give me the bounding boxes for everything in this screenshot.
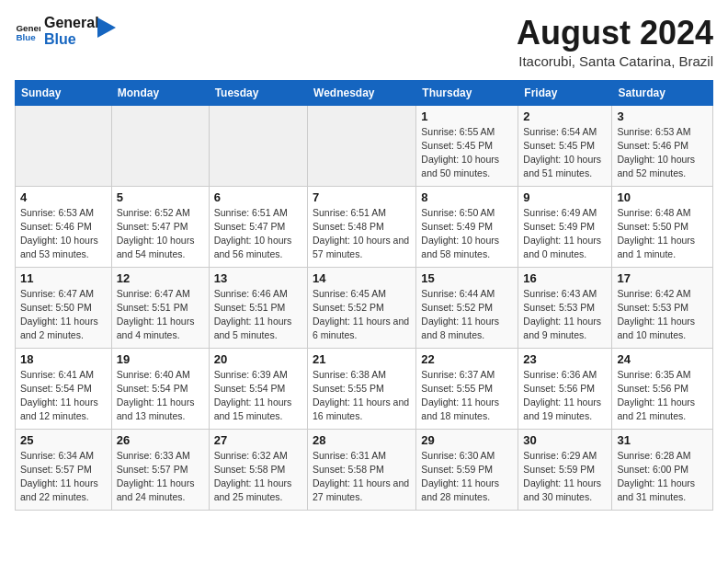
logo-arrow-icon (97, 17, 116, 38)
calendar-table: Sunday Monday Tuesday Wednesday Thursday… (15, 80, 713, 511)
calendar-cell: 30Sunrise: 6:29 AMSunset: 5:59 PMDayligh… (518, 429, 612, 510)
calendar-cell: 9Sunrise: 6:49 AMSunset: 5:49 PMDaylight… (518, 186, 612, 267)
day-info: Sunrise: 6:33 AMSunset: 5:57 PMDaylight:… (117, 449, 204, 505)
calendar-cell: 20Sunrise: 6:39 AMSunset: 5:54 PMDayligh… (209, 348, 307, 429)
day-number: 13 (214, 271, 302, 285)
day-info: Sunrise: 6:50 AMSunset: 5:49 PMDaylight:… (421, 206, 513, 262)
calendar-cell (16, 105, 112, 186)
day-info: Sunrise: 6:42 AMSunset: 5:53 PMDaylight:… (617, 287, 708, 343)
logo-icon: General Blue (15, 18, 40, 44)
day-number: 4 (20, 190, 107, 204)
day-number: 11 (20, 271, 107, 285)
calendar-cell: 11Sunrise: 6:47 AMSunset: 5:50 PMDayligh… (16, 267, 112, 348)
calendar-cell: 28Sunrise: 6:31 AMSunset: 5:58 PMDayligh… (308, 429, 416, 510)
calendar-cell: 1Sunrise: 6:55 AMSunset: 5:45 PMDaylight… (416, 105, 518, 186)
location-subtitle: Itacorubi, Santa Catarina, Brazil (517, 53, 713, 69)
day-number: 19 (117, 352, 204, 366)
day-number: 14 (313, 271, 411, 285)
day-number: 1 (421, 109, 513, 123)
calendar-header: Sunday Monday Tuesday Wednesday Thursday… (16, 80, 713, 105)
day-number: 22 (421, 352, 513, 366)
month-year-title: August 2024 (517, 15, 713, 52)
title-block: August 2024 Itacorubi, Santa Catarina, B… (517, 15, 713, 69)
day-number: 18 (20, 352, 107, 366)
day-number: 7 (313, 190, 411, 204)
day-info: Sunrise: 6:28 AMSunset: 6:00 PMDaylight:… (617, 449, 708, 505)
day-number: 16 (523, 271, 607, 285)
day-info: Sunrise: 6:53 AMSunset: 5:46 PMDaylight:… (617, 125, 708, 181)
day-number: 3 (617, 109, 708, 123)
calendar-cell: 16Sunrise: 6:43 AMSunset: 5:53 PMDayligh… (518, 267, 612, 348)
day-info: Sunrise: 6:53 AMSunset: 5:46 PMDaylight:… (20, 206, 107, 262)
day-number: 30 (523, 433, 607, 447)
calendar-cell: 19Sunrise: 6:40 AMSunset: 5:54 PMDayligh… (111, 348, 209, 429)
calendar-cell: 18Sunrise: 6:41 AMSunset: 5:54 PMDayligh… (16, 348, 112, 429)
day-info: Sunrise: 6:29 AMSunset: 5:59 PMDaylight:… (523, 449, 607, 505)
day-number: 6 (214, 190, 302, 204)
day-info: Sunrise: 6:51 AMSunset: 5:48 PMDaylight:… (313, 206, 411, 262)
calendar-cell (209, 105, 307, 186)
calendar-cell: 2Sunrise: 6:54 AMSunset: 5:45 PMDaylight… (518, 105, 612, 186)
day-info: Sunrise: 6:44 AMSunset: 5:52 PMDaylight:… (421, 287, 513, 343)
col-sunday: Sunday (16, 80, 112, 105)
calendar-cell: 31Sunrise: 6:28 AMSunset: 6:00 PMDayligh… (612, 429, 713, 510)
col-saturday: Saturday (612, 80, 713, 105)
logo-blue: Blue (44, 31, 99, 48)
day-info: Sunrise: 6:32 AMSunset: 5:58 PMDaylight:… (214, 449, 302, 505)
col-wednesday: Wednesday (308, 80, 416, 105)
day-number: 27 (214, 433, 302, 447)
calendar-cell: 29Sunrise: 6:30 AMSunset: 5:59 PMDayligh… (416, 429, 518, 510)
calendar-cell: 22Sunrise: 6:37 AMSunset: 5:55 PMDayligh… (416, 348, 518, 429)
calendar-cell: 26Sunrise: 6:33 AMSunset: 5:57 PMDayligh… (111, 429, 209, 510)
col-monday: Monday (111, 80, 209, 105)
calendar-cell: 14Sunrise: 6:45 AMSunset: 5:52 PMDayligh… (308, 267, 416, 348)
calendar-cell: 5Sunrise: 6:52 AMSunset: 5:47 PMDaylight… (111, 186, 209, 267)
day-info: Sunrise: 6:41 AMSunset: 5:54 PMDaylight:… (20, 368, 107, 424)
day-number: 24 (617, 352, 708, 366)
logo: General Blue General Blue (15, 15, 116, 49)
day-info: Sunrise: 6:35 AMSunset: 5:56 PMDaylight:… (617, 368, 708, 424)
calendar-cell: 8Sunrise: 6:50 AMSunset: 5:49 PMDaylight… (416, 186, 518, 267)
day-info: Sunrise: 6:51 AMSunset: 5:47 PMDaylight:… (214, 206, 302, 262)
calendar-cell: 7Sunrise: 6:51 AMSunset: 5:48 PMDaylight… (308, 186, 416, 267)
day-number: 20 (214, 352, 302, 366)
calendar-week-4: 18Sunrise: 6:41 AMSunset: 5:54 PMDayligh… (16, 348, 713, 429)
day-number: 31 (617, 433, 708, 447)
svg-text:Blue: Blue (16, 32, 36, 42)
day-info: Sunrise: 6:48 AMSunset: 5:50 PMDaylight:… (617, 206, 708, 262)
calendar-cell: 6Sunrise: 6:51 AMSunset: 5:47 PMDaylight… (209, 186, 307, 267)
day-info: Sunrise: 6:36 AMSunset: 5:56 PMDaylight:… (523, 368, 607, 424)
day-info: Sunrise: 6:34 AMSunset: 5:57 PMDaylight:… (20, 449, 107, 505)
day-info: Sunrise: 6:39 AMSunset: 5:54 PMDaylight:… (214, 368, 302, 424)
day-info: Sunrise: 6:52 AMSunset: 5:47 PMDaylight:… (117, 206, 204, 262)
calendar-cell: 23Sunrise: 6:36 AMSunset: 5:56 PMDayligh… (518, 348, 612, 429)
logo-general: General (44, 15, 99, 31)
day-number: 21 (313, 352, 411, 366)
day-number: 17 (617, 271, 708, 285)
calendar-week-5: 25Sunrise: 6:34 AMSunset: 5:57 PMDayligh… (16, 429, 713, 510)
day-number: 15 (421, 271, 513, 285)
col-tuesday: Tuesday (209, 80, 307, 105)
day-number: 12 (117, 271, 204, 285)
calendar-week-2: 4Sunrise: 6:53 AMSunset: 5:46 PMDaylight… (16, 186, 713, 267)
day-info: Sunrise: 6:40 AMSunset: 5:54 PMDaylight:… (117, 368, 204, 424)
day-info: Sunrise: 6:49 AMSunset: 5:49 PMDaylight:… (523, 206, 607, 262)
calendar-cell: 4Sunrise: 6:53 AMSunset: 5:46 PMDaylight… (16, 186, 112, 267)
day-number: 9 (523, 190, 607, 204)
day-info: Sunrise: 6:37 AMSunset: 5:55 PMDaylight:… (421, 368, 513, 424)
day-number: 28 (313, 433, 411, 447)
col-friday: Friday (518, 80, 612, 105)
calendar-cell: 27Sunrise: 6:32 AMSunset: 5:58 PMDayligh… (209, 429, 307, 510)
calendar-cell: 15Sunrise: 6:44 AMSunset: 5:52 PMDayligh… (416, 267, 518, 348)
calendar-cell: 17Sunrise: 6:42 AMSunset: 5:53 PMDayligh… (612, 267, 713, 348)
day-number: 8 (421, 190, 513, 204)
day-info: Sunrise: 6:38 AMSunset: 5:55 PMDaylight:… (313, 368, 411, 424)
calendar-cell: 3Sunrise: 6:53 AMSunset: 5:46 PMDaylight… (612, 105, 713, 186)
day-info: Sunrise: 6:46 AMSunset: 5:51 PMDaylight:… (214, 287, 302, 343)
calendar-cell (111, 105, 209, 186)
day-number: 23 (523, 352, 607, 366)
day-number: 5 (117, 190, 204, 204)
day-info: Sunrise: 6:45 AMSunset: 5:52 PMDaylight:… (313, 287, 411, 343)
day-info: Sunrise: 6:47 AMSunset: 5:50 PMDaylight:… (20, 287, 107, 343)
day-info: Sunrise: 6:30 AMSunset: 5:59 PMDaylight:… (421, 449, 513, 505)
